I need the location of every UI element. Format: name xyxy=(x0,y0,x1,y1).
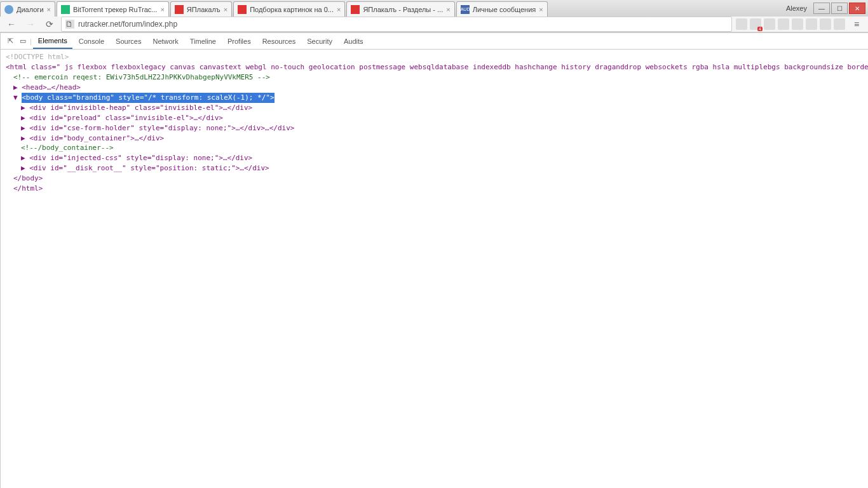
close-button[interactable]: ✕ xyxy=(849,3,865,14)
devtools-tab-audits[interactable]: Audits xyxy=(339,34,369,48)
device-icon[interactable]: ▭ xyxy=(17,37,29,45)
favicon xyxy=(61,5,70,14)
favicon xyxy=(351,5,360,14)
close-icon[interactable]: × xyxy=(539,6,543,13)
nav-bar: ← → ⟳ 🗋rutracker.net/forum/index.php 4 ≡ xyxy=(0,17,868,32)
ext-icon[interactable] xyxy=(778,18,789,30)
elements-panel: <!DOCTYPE html><html class=" js flexbox … xyxy=(1,50,868,488)
ext-icon[interactable] xyxy=(806,18,817,30)
minimize-button[interactable]: — xyxy=(813,3,830,14)
close-icon[interactable]: × xyxy=(446,6,450,13)
tab-0[interactable]: Диалоги× xyxy=(0,1,55,17)
tab-1[interactable]: BitTorrent трекер RuTrac...× xyxy=(57,1,169,17)
devtools-tab-network[interactable]: Network xyxy=(147,34,183,48)
ext-icon[interactable] xyxy=(792,18,803,30)
close-icon[interactable]: × xyxy=(160,6,164,13)
tab-strip: Диалоги× BitTorrent трекер RuTrac...× ЯП… xyxy=(0,0,783,17)
ext-icon[interactable] xyxy=(736,18,747,30)
devtools-toolbar: ⇱ ▭ | Elements Console Sources Network T… xyxy=(1,33,868,50)
tab-3[interactable]: Подборка картинок на 0...× xyxy=(233,1,345,17)
forward-button[interactable]: → xyxy=(23,17,38,32)
url-bar[interactable]: 🗋rutracker.net/forum/index.php xyxy=(61,17,732,32)
ext-icon[interactable] xyxy=(834,18,845,30)
menu-button[interactable]: ≡ xyxy=(849,17,864,32)
devtools-tab-profiles[interactable]: Profiles xyxy=(222,34,256,48)
dom-tree[interactable]: <!DOCTYPE html><html class=" js flexbox … xyxy=(1,50,868,488)
ext-icon[interactable]: 4 xyxy=(750,18,761,30)
extensions: 4 xyxy=(736,18,845,30)
close-icon[interactable]: × xyxy=(47,6,51,13)
favicon: AUD xyxy=(461,5,470,14)
ext-icon[interactable] xyxy=(764,18,775,30)
favicon xyxy=(4,5,13,14)
favicon xyxy=(175,5,184,14)
page-icon: 🗋 xyxy=(65,20,74,29)
tab-5[interactable]: AUDЛичные сообщения× xyxy=(456,1,548,17)
maximize-button[interactable]: ☐ xyxy=(831,3,848,14)
back-button[interactable]: ← xyxy=(4,17,19,32)
devtools-tab-resources[interactable]: Resources xyxy=(257,34,301,48)
user-label: Alexey xyxy=(786,4,807,12)
reload-button[interactable]: ⟳ xyxy=(42,17,57,32)
favicon xyxy=(238,5,247,14)
devtools-tab-sources[interactable]: Sources xyxy=(111,34,146,48)
tab-4[interactable]: ЯПлакалъ - Разделы - ...× xyxy=(346,1,454,17)
devtools-tab-timeline[interactable]: Timeline xyxy=(185,34,221,48)
devtools-tab-elements[interactable]: Elements xyxy=(33,34,72,49)
inspect-icon[interactable]: ⇱ xyxy=(4,37,16,45)
devtools-tab-console[interactable]: Console xyxy=(74,34,109,48)
devtools-tab-security[interactable]: Security xyxy=(302,34,337,48)
close-icon[interactable]: × xyxy=(337,6,341,13)
devtools: ⇱ ▭ | Elements Console Sources Network T… xyxy=(0,33,868,488)
close-icon[interactable]: × xyxy=(224,6,227,13)
titlebar: Диалоги× BitTorrent трекер RuTrac...× ЯП… xyxy=(0,0,868,17)
window-controls: Alexey — ☐ ✕ xyxy=(783,0,868,17)
ext-icon[interactable] xyxy=(820,18,831,30)
tab-2[interactable]: ЯПлакалъ× xyxy=(170,1,232,17)
